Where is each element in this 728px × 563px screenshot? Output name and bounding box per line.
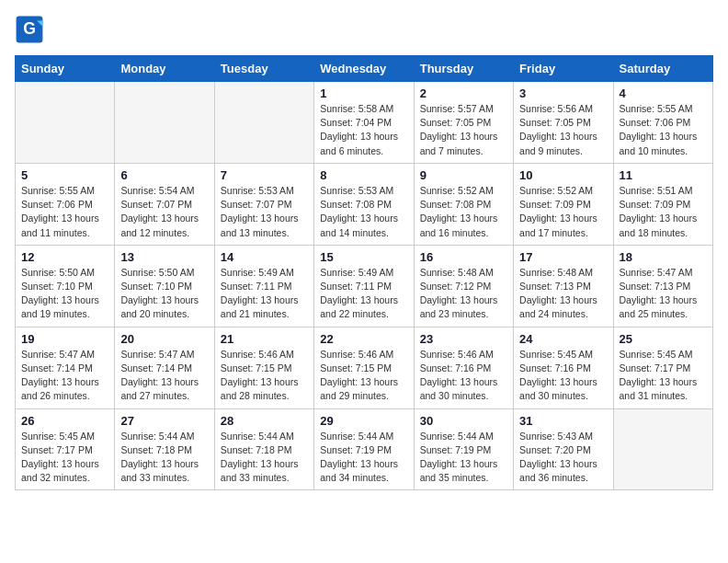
- day-number: 20: [120, 332, 208, 346]
- day-info: Sunrise: 5:45 AM Sunset: 7:17 PM Dayligh…: [21, 430, 108, 486]
- calendar-week-row: 26Sunrise: 5:45 AM Sunset: 7:17 PM Dayli…: [16, 408, 713, 490]
- calendar-cell: 8Sunrise: 5:53 AM Sunset: 7:08 PM Daylig…: [314, 163, 414, 245]
- calendar-cell: 4Sunrise: 5:55 AM Sunset: 7:06 PM Daylig…: [613, 82, 712, 164]
- calendar-cell: 18Sunrise: 5:47 AM Sunset: 7:13 PM Dayli…: [613, 245, 712, 327]
- day-info: Sunrise: 5:55 AM Sunset: 7:06 PM Dayligh…: [620, 102, 707, 158]
- day-number: 11: [620, 168, 707, 182]
- day-number: 14: [221, 250, 308, 264]
- day-info: Sunrise: 5:54 AM Sunset: 7:07 PM Dayligh…: [120, 184, 208, 240]
- calendar-week-row: 1Sunrise: 5:58 AM Sunset: 7:04 PM Daylig…: [16, 82, 713, 164]
- day-info: Sunrise: 5:45 AM Sunset: 7:17 PM Dayligh…: [620, 348, 707, 404]
- calendar-cell: 16Sunrise: 5:48 AM Sunset: 7:12 PM Dayli…: [414, 245, 513, 327]
- day-info: Sunrise: 5:44 AM Sunset: 7:19 PM Dayligh…: [420, 430, 507, 486]
- day-number: 30: [420, 414, 507, 428]
- day-info: Sunrise: 5:48 AM Sunset: 7:13 PM Dayligh…: [519, 266, 607, 322]
- day-number: 17: [519, 250, 607, 264]
- day-number: 6: [120, 168, 208, 182]
- day-number: 4: [620, 86, 707, 100]
- day-info: Sunrise: 5:57 AM Sunset: 7:05 PM Dayligh…: [420, 102, 507, 158]
- day-info: Sunrise: 5:53 AM Sunset: 7:07 PM Dayligh…: [221, 184, 308, 240]
- calendar-table: SundayMondayTuesdayWednesdayThursdayFrid…: [15, 55, 713, 490]
- day-number: 10: [519, 168, 607, 182]
- header-saturday: Saturday: [613, 56, 712, 82]
- calendar-cell: 26Sunrise: 5:45 AM Sunset: 7:17 PM Dayli…: [16, 408, 115, 490]
- day-info: Sunrise: 5:50 AM Sunset: 7:10 PM Dayligh…: [21, 266, 108, 322]
- day-info: Sunrise: 5:44 AM Sunset: 7:18 PM Dayligh…: [221, 430, 308, 486]
- header-friday: Friday: [514, 56, 613, 82]
- day-info: Sunrise: 5:46 AM Sunset: 7:15 PM Dayligh…: [221, 348, 308, 404]
- calendar-cell: 13Sunrise: 5:50 AM Sunset: 7:10 PM Dayli…: [115, 245, 214, 327]
- calendar-cell: 5Sunrise: 5:55 AM Sunset: 7:06 PM Daylig…: [16, 163, 115, 245]
- day-number: 31: [519, 414, 607, 428]
- day-info: Sunrise: 5:46 AM Sunset: 7:16 PM Dayligh…: [420, 348, 507, 404]
- day-number: 22: [320, 332, 407, 346]
- page-header: G: [15, 15, 713, 44]
- logo: G: [15, 15, 48, 44]
- calendar-cell: 27Sunrise: 5:44 AM Sunset: 7:18 PM Dayli…: [115, 408, 214, 490]
- day-info: Sunrise: 5:47 AM Sunset: 7:14 PM Dayligh…: [21, 348, 108, 404]
- day-info: Sunrise: 5:47 AM Sunset: 7:14 PM Dayligh…: [120, 348, 208, 404]
- day-number: 23: [420, 332, 507, 346]
- day-number: 13: [120, 250, 208, 264]
- calendar-cell: [115, 82, 214, 164]
- day-number: 26: [21, 414, 108, 428]
- day-info: Sunrise: 5:45 AM Sunset: 7:16 PM Dayligh…: [519, 348, 607, 404]
- header-thursday: Thursday: [414, 56, 513, 82]
- calendar-cell: 7Sunrise: 5:53 AM Sunset: 7:07 PM Daylig…: [214, 163, 313, 245]
- day-info: Sunrise: 5:52 AM Sunset: 7:09 PM Dayligh…: [519, 184, 607, 240]
- day-number: 12: [21, 250, 108, 264]
- calendar-cell: 2Sunrise: 5:57 AM Sunset: 7:05 PM Daylig…: [414, 82, 513, 164]
- calendar-cell: 21Sunrise: 5:46 AM Sunset: 7:15 PM Dayli…: [214, 327, 313, 408]
- calendar-cell: 14Sunrise: 5:49 AM Sunset: 7:11 PM Dayli…: [214, 245, 313, 327]
- day-info: Sunrise: 5:49 AM Sunset: 7:11 PM Dayligh…: [221, 266, 308, 322]
- calendar-cell: [214, 82, 313, 164]
- calendar-cell: 17Sunrise: 5:48 AM Sunset: 7:13 PM Dayli…: [514, 245, 613, 327]
- calendar-cell: 3Sunrise: 5:56 AM Sunset: 7:05 PM Daylig…: [514, 82, 613, 164]
- day-number: 7: [221, 168, 308, 182]
- calendar-cell: 19Sunrise: 5:47 AM Sunset: 7:14 PM Dayli…: [16, 327, 115, 408]
- day-number: 3: [519, 86, 607, 100]
- day-info: Sunrise: 5:46 AM Sunset: 7:15 PM Dayligh…: [320, 348, 407, 404]
- calendar-cell: 22Sunrise: 5:46 AM Sunset: 7:15 PM Dayli…: [314, 327, 414, 408]
- day-number: 25: [620, 332, 707, 346]
- day-number: 28: [221, 414, 308, 428]
- header-sunday: Sunday: [16, 56, 115, 82]
- calendar-cell: 6Sunrise: 5:54 AM Sunset: 7:07 PM Daylig…: [115, 163, 214, 245]
- day-number: 15: [320, 250, 407, 264]
- day-info: Sunrise: 5:43 AM Sunset: 7:20 PM Dayligh…: [519, 430, 607, 486]
- calendar-cell: [613, 408, 712, 490]
- header-monday: Monday: [115, 56, 214, 82]
- calendar-header-row: SundayMondayTuesdayWednesdayThursdayFrid…: [16, 56, 713, 82]
- day-number: 2: [420, 86, 507, 100]
- calendar-cell: 31Sunrise: 5:43 AM Sunset: 7:20 PM Dayli…: [514, 408, 613, 490]
- day-info: Sunrise: 5:52 AM Sunset: 7:08 PM Dayligh…: [420, 184, 507, 240]
- calendar-cell: 28Sunrise: 5:44 AM Sunset: 7:18 PM Dayli…: [214, 408, 313, 490]
- calendar-cell: 30Sunrise: 5:44 AM Sunset: 7:19 PM Dayli…: [414, 408, 513, 490]
- calendar-week-row: 12Sunrise: 5:50 AM Sunset: 7:10 PM Dayli…: [16, 245, 713, 327]
- calendar-cell: 10Sunrise: 5:52 AM Sunset: 7:09 PM Dayli…: [514, 163, 613, 245]
- day-number: 9: [420, 168, 507, 182]
- day-info: Sunrise: 5:44 AM Sunset: 7:18 PM Dayligh…: [120, 430, 208, 486]
- calendar-cell: [16, 82, 115, 164]
- calendar-cell: 12Sunrise: 5:50 AM Sunset: 7:10 PM Dayli…: [16, 245, 115, 327]
- calendar-cell: 11Sunrise: 5:51 AM Sunset: 7:09 PM Dayli…: [613, 163, 712, 245]
- calendar-cell: 1Sunrise: 5:58 AM Sunset: 7:04 PM Daylig…: [314, 82, 414, 164]
- day-info: Sunrise: 5:44 AM Sunset: 7:19 PM Dayligh…: [320, 430, 407, 486]
- day-number: 16: [420, 250, 507, 264]
- calendar-cell: 20Sunrise: 5:47 AM Sunset: 7:14 PM Dayli…: [115, 327, 214, 408]
- day-info: Sunrise: 5:48 AM Sunset: 7:12 PM Dayligh…: [420, 266, 507, 322]
- calendar-week-row: 19Sunrise: 5:47 AM Sunset: 7:14 PM Dayli…: [16, 327, 713, 408]
- day-info: Sunrise: 5:55 AM Sunset: 7:06 PM Dayligh…: [21, 184, 108, 240]
- day-number: 18: [620, 250, 707, 264]
- svg-text:G: G: [23, 19, 36, 38]
- day-info: Sunrise: 5:49 AM Sunset: 7:11 PM Dayligh…: [320, 266, 407, 322]
- day-info: Sunrise: 5:53 AM Sunset: 7:08 PM Dayligh…: [320, 184, 407, 240]
- calendar-cell: 9Sunrise: 5:52 AM Sunset: 7:08 PM Daylig…: [414, 163, 513, 245]
- day-info: Sunrise: 5:56 AM Sunset: 7:05 PM Dayligh…: [519, 102, 607, 158]
- day-number: 1: [320, 86, 407, 100]
- calendar-cell: 23Sunrise: 5:46 AM Sunset: 7:16 PM Dayli…: [414, 327, 513, 408]
- calendar-cell: 29Sunrise: 5:44 AM Sunset: 7:19 PM Dayli…: [314, 408, 414, 490]
- calendar-cell: 15Sunrise: 5:49 AM Sunset: 7:11 PM Dayli…: [314, 245, 414, 327]
- header-tuesday: Tuesday: [214, 56, 313, 82]
- logo-icon: G: [15, 15, 44, 44]
